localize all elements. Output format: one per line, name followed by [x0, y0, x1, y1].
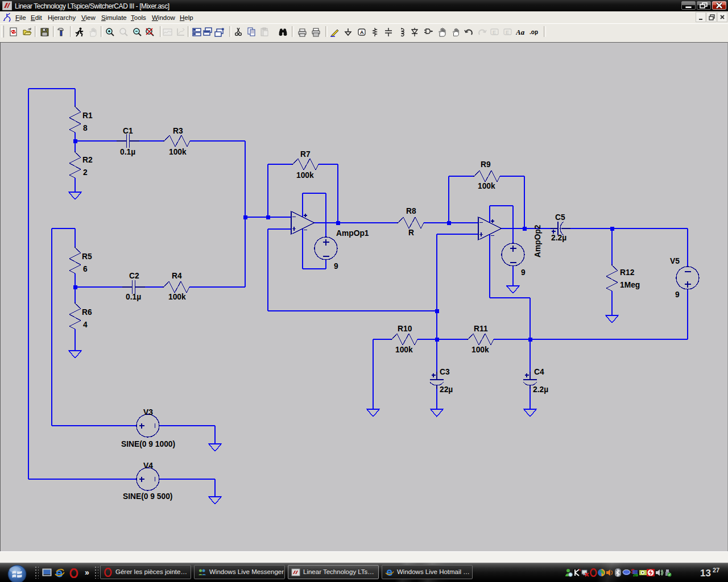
svg-text:R8: R8	[406, 207, 416, 215]
svg-text:Aa: Aa	[516, 28, 525, 36]
svg-text:C2: C2	[129, 272, 139, 280]
svg-text:2: 2	[83, 168, 88, 177]
svg-text:R1: R1	[82, 111, 93, 120]
svg-text:4: 4	[83, 321, 88, 329]
svg-text:.op: .op	[530, 29, 538, 35]
svg-text:C5: C5	[555, 213, 565, 222]
svg-text:8: 8	[83, 124, 88, 132]
svg-text:R9: R9	[481, 160, 491, 169]
svg-text:R10: R10	[398, 325, 412, 333]
svg-text:R2: R2	[82, 156, 93, 164]
svg-text:100k: 100k	[395, 346, 413, 354]
svg-text:C4: C4	[534, 368, 544, 376]
svg-text:AmpOp2: AmpOp2	[533, 225, 542, 257]
svg-text:R12: R12	[620, 268, 635, 277]
svg-text:2.2µ: 2.2µ	[551, 234, 566, 242]
svg-text:100k: 100k	[478, 182, 495, 190]
svg-text:6: 6	[83, 265, 88, 273]
svg-text:0.1µ: 0.1µ	[120, 148, 135, 156]
svg-text:2.2µ: 2.2µ	[533, 385, 548, 394]
svg-text:SINE(0 9 500): SINE(0 9 500)	[123, 492, 172, 501]
svg-text:100k: 100k	[169, 148, 187, 156]
svg-text:9: 9	[675, 290, 680, 299]
svg-text:22µ: 22µ	[440, 385, 453, 394]
svg-text:A: A	[360, 30, 364, 35]
svg-text:100k: 100k	[296, 171, 314, 180]
svg-text:1Meg: 1Meg	[620, 281, 640, 289]
svg-text:E: E	[493, 30, 496, 35]
svg-text:0.1µ: 0.1µ	[126, 293, 141, 301]
svg-text:R: R	[408, 228, 414, 237]
svg-text:R5: R5	[82, 252, 92, 261]
svg-text:V4: V4	[143, 462, 153, 470]
svg-text:E: E	[506, 30, 509, 35]
svg-text:100k: 100k	[168, 293, 186, 301]
svg-text:R3: R3	[173, 127, 183, 135]
svg-text:R7: R7	[300, 150, 311, 159]
svg-text:9: 9	[334, 262, 338, 271]
svg-text:C3: C3	[440, 368, 450, 376]
svg-text:R11: R11	[474, 325, 488, 333]
svg-text:AmpOp1: AmpOp1	[336, 229, 369, 238]
svg-text:V5: V5	[670, 257, 680, 265]
svg-text:R4: R4	[172, 272, 182, 280]
svg-text:SINE(0 9 1000): SINE(0 9 1000)	[121, 440, 175, 448]
svg-text:V3: V3	[143, 408, 153, 417]
svg-text:R6: R6	[82, 308, 92, 317]
svg-text:9: 9	[521, 268, 526, 277]
svg-text:C1: C1	[123, 127, 133, 135]
svg-text:100k: 100k	[471, 346, 489, 354]
